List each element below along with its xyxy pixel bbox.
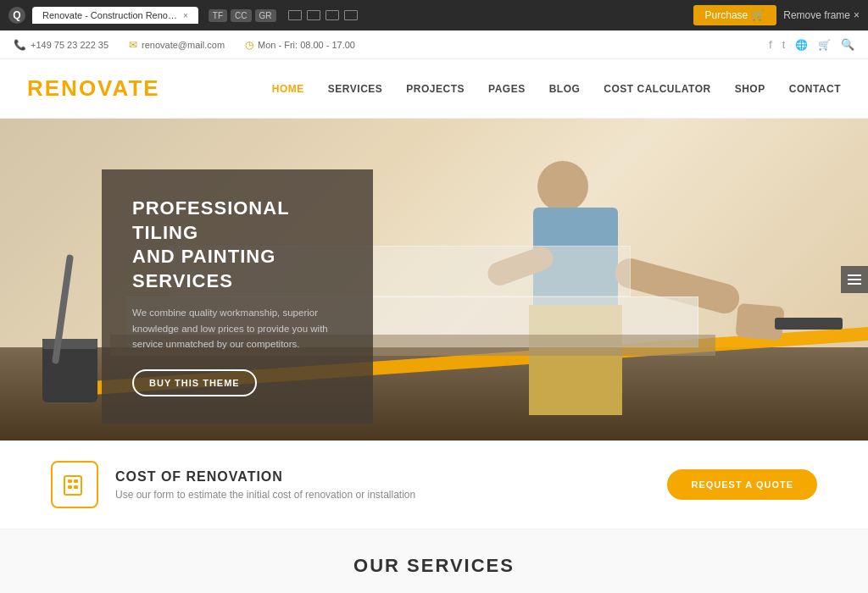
browser-window-controls (288, 10, 358, 20)
nav-contact[interactable]: CONTACT (789, 83, 841, 95)
cta-text-block: COST OF RENOVATION Use our form to estim… (115, 469, 650, 501)
nav-shop[interactable]: SHOP (735, 83, 765, 95)
remove-frame-label: Remove frame (783, 9, 850, 21)
svg-rect-4 (74, 485, 78, 489)
nav-pages[interactable]: PAGES (488, 83, 526, 95)
cta-strip: COST OF RENOVATION Use our form to estim… (0, 441, 868, 529)
nav-blog[interactable]: BLOG (549, 83, 581, 95)
calculator-icon-svg (61, 471, 88, 498)
nav-services[interactable]: SERVICES (328, 83, 382, 95)
browser-icon-mobile[interactable] (326, 10, 339, 20)
sidebar-line-1 (848, 274, 861, 276)
hero-content-box: PROFESSIONAL TILINGAND PAINTING SERVICES… (102, 169, 373, 424)
bucket-rim (42, 339, 97, 349)
phone-info: 📞 +149 75 23 222 35 (14, 39, 108, 51)
info-bar: 📞 +149 75 23 222 35 ✉ renovate@mail.com … (0, 30, 868, 59)
search-icon[interactable]: 🔍 (841, 38, 854, 51)
email-address: renovate@mail.com (142, 40, 225, 50)
worker-tool (775, 318, 843, 330)
facebook-icon[interactable]: f (769, 39, 771, 51)
hero-description: We combine quality workmanship, superior… (132, 305, 342, 352)
email-icon: ✉ (129, 39, 137, 51)
request-quote-button[interactable]: REQUEST A QUOTE (667, 469, 817, 500)
browser-chrome: Q Renovate - Construction Renovation Wor… (0, 0, 868, 30)
browser-badges: TF CC GR (209, 9, 276, 22)
sidebar-line-3 (848, 283, 861, 285)
svg-rect-0 (64, 476, 81, 495)
browser-icon-monitor[interactable] (288, 10, 302, 20)
browser-logo: Q (8, 7, 25, 24)
clock-icon: ◷ (245, 39, 253, 51)
hero-sidebar-handle[interactable] (841, 266, 868, 293)
cart-icon[interactable]: 🛒 (818, 39, 831, 51)
site-header: RENOVATE HOME SERVICES PROJECTS PAGES BL… (0, 59, 868, 119)
phone-number: +149 75 23 222 35 (31, 40, 108, 50)
purchase-label: Purchase (705, 9, 748, 21)
browser-tab-title: Renovate - Construction Renovation WordP… (42, 10, 178, 20)
hero-cta-button[interactable]: BUY THIS THEME (132, 369, 257, 396)
svg-rect-2 (74, 479, 78, 483)
social-links[interactable]: f t 🌐 🛒 🔍 (769, 38, 854, 51)
badge-tf: TF (209, 9, 227, 22)
cart-icon: 🛒 (752, 9, 765, 21)
nav-projects[interactable]: PROJECTS (406, 83, 465, 95)
badge-cc: CC (231, 9, 251, 22)
site-logo[interactable]: RENOVATE (27, 75, 160, 102)
sidebar-line-2 (848, 279, 861, 280)
twitter-icon[interactable]: t (782, 39, 785, 51)
nav-cost-calculator[interactable]: COST CALCULATOR (604, 83, 710, 95)
purchase-button[interactable]: Purchase 🛒 (693, 5, 777, 25)
hours-info: ◷ Mon - Fri: 08.00 - 17.00 (245, 39, 355, 51)
sidebar-lines (848, 274, 861, 285)
services-section: OUR SERVICES (0, 529, 868, 593)
email-info: ✉ renovate@mail.com (129, 39, 225, 51)
browser-tab-close[interactable]: × (183, 11, 188, 20)
browser-icon-mobile-sm[interactable] (344, 10, 358, 20)
renovation-icon (51, 461, 98, 508)
worker-head (537, 161, 588, 212)
business-hours: Mon - Fri: 08.00 - 17.00 (258, 40, 355, 50)
svg-rect-1 (68, 479, 72, 483)
services-title: OUR SERVICES (34, 555, 834, 577)
globe-icon[interactable]: 🌐 (795, 39, 808, 51)
badge-gr: GR (255, 9, 276, 22)
main-navigation: HOME SERVICES PROJECTS PAGES BLOG COST C… (272, 83, 841, 95)
remove-frame-icon: × (854, 9, 860, 21)
svg-rect-3 (68, 485, 72, 489)
browser-icon-tablet[interactable] (307, 10, 320, 20)
cta-description: Use our form to estimate the initial cos… (115, 489, 650, 501)
remove-frame-button[interactable]: Remove frame × (783, 9, 860, 21)
phone-icon: 📞 (14, 39, 26, 51)
hero-section: PROFESSIONAL TILINGAND PAINTING SERVICES… (0, 119, 868, 441)
nav-home[interactable]: HOME (272, 83, 304, 95)
cta-title: COST OF RENOVATION (115, 469, 650, 485)
bucket (42, 339, 97, 402)
browser-tab[interactable]: Renovate - Construction Renovation WordP… (32, 7, 198, 24)
hero-title: PROFESSIONAL TILINGAND PAINTING SERVICES (132, 197, 342, 293)
